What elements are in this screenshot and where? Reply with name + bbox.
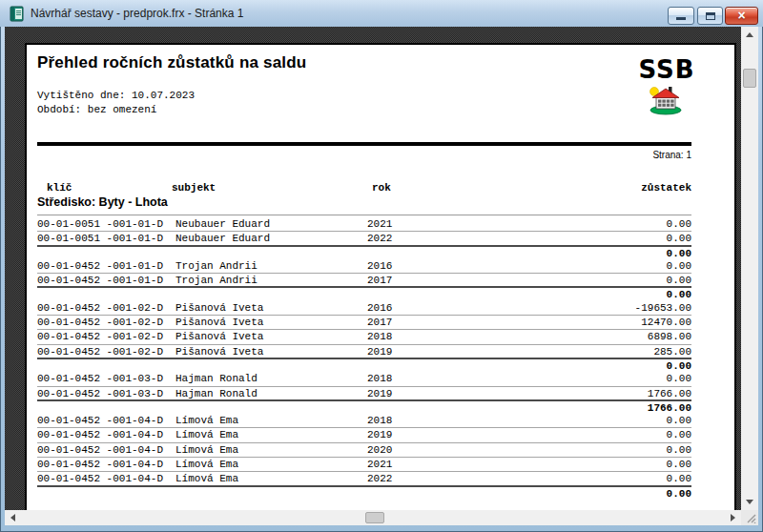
titlebar[interactable]: Návrhář sestavy - predprok.frx - Stránka… <box>0 0 763 27</box>
vertical-scrollbar[interactable] <box>741 27 758 510</box>
cell-balance: 12470.00 <box>641 316 691 330</box>
scroll-down-button[interactable] <box>741 494 758 510</box>
table-row: 00-01-0452 -001-03-DHajman Ronald20180.0… <box>37 372 691 386</box>
cell-year: 2016 <box>367 301 392 316</box>
cell-subject: Hajman Ronald <box>175 372 258 386</box>
cell-key: 00-01-0452 -001-03-D <box>37 372 163 386</box>
period-line: Období: bez omezení <box>37 104 156 115</box>
preview-viewport: Přehled ročních zůstatků na saldu Vytišt… <box>5 27 741 510</box>
cell-balance: 0.00 <box>667 443 691 458</box>
cell-balance: 0.00 <box>667 259 691 274</box>
minimize-icon <box>676 17 686 20</box>
subtotal-row: 0.00 <box>37 286 691 300</box>
cell-year: 2019 <box>367 428 392 442</box>
column-header-year: rok <box>372 182 391 194</box>
cell-subject: Límová Ema <box>175 458 238 472</box>
scroll-left-button[interactable] <box>5 510 21 525</box>
cell-key: 00-01-0452 -001-04-D <box>37 458 163 472</box>
cell-subject: Límová Ema <box>175 428 238 442</box>
table-row: 00-01-0452 -001-04-DLímová Ema20210.00 <box>37 458 691 472</box>
cell-key: 00-01-0452 -001-02-D <box>37 301 163 316</box>
subtotal-row: 0.00 <box>37 358 691 372</box>
cell-subject: Pišanová Iveta <box>175 301 263 316</box>
cell-balance: -19653.00 <box>635 301 691 316</box>
cell-balance: 0.00 <box>667 217 691 232</box>
cell-key: 00-01-0051 -001-01-D <box>37 217 163 232</box>
table-row: 00-01-0452 -001-04-DLímová Ema20180.00 <box>37 414 691 428</box>
header-rule <box>37 142 691 146</box>
cell-year: 2018 <box>367 330 392 344</box>
table-row: 00-01-0452 -001-02-DPišanová Iveta201712… <box>37 316 691 330</box>
cell-year: 2017 <box>367 316 392 330</box>
cell-balance: 0.00 <box>667 414 691 428</box>
resize-grip[interactable] <box>741 510 758 525</box>
table-row: 00-01-0051 -001-01-DNeubauer Eduard20210… <box>37 217 691 232</box>
page-number: Strana: 1 <box>596 150 691 160</box>
cell-year: 2016 <box>367 259 392 274</box>
scroll-right-button[interactable] <box>725 510 741 525</box>
horizontal-scroll-thumb[interactable] <box>365 512 384 523</box>
group-header: Středisko: Byty - Lhota <box>37 195 691 215</box>
cell-year: 2020 <box>367 443 392 458</box>
cell-year: 2021 <box>367 458 392 472</box>
cell-key: 00-01-0452 -001-02-D <box>37 316 163 330</box>
cell-key: 00-01-0452 -001-04-D <box>37 443 163 458</box>
cell-key: 00-01-0452 -001-01-D <box>37 259 163 274</box>
window-title: Návrhář sestavy - predprok.frx - Stránka… <box>31 0 243 27</box>
table-row: 00-01-0452 -001-02-DPišanová Iveta2016-1… <box>37 301 691 316</box>
subtotal-value: 0.00 <box>667 487 691 501</box>
cell-subject: Pišanová Iveta <box>175 330 263 344</box>
app-icon <box>9 6 25 22</box>
cell-subject: Límová Ema <box>175 414 238 428</box>
cell-key: 00-01-0452 -001-04-D <box>37 428 163 442</box>
table-row: 00-01-0452 -001-04-DLímová Ema20190.00 <box>37 428 691 442</box>
arrow-left-icon <box>7 514 15 522</box>
report-preview-window: Návrhář sestavy - predprok.frx - Stránka… <box>0 0 763 532</box>
cell-subject: Pišanová Iveta <box>175 316 263 330</box>
cell-year: 2021 <box>367 217 392 232</box>
arrow-up-icon <box>746 29 753 37</box>
maximize-icon <box>706 12 715 20</box>
report-title: Přehled ročních zůstatků na saldu <box>37 53 306 72</box>
subtotal-row: 1766.00 <box>37 399 691 414</box>
resize-grip-icon <box>747 514 756 523</box>
column-header-subject: subjekt <box>172 182 216 194</box>
cell-balance: 0.00 <box>667 458 691 472</box>
subtotal-row: 0.00 <box>37 245 691 259</box>
scroll-up-button[interactable] <box>741 27 758 43</box>
arrow-down-icon <box>746 500 753 508</box>
minimize-button[interactable] <box>668 7 694 25</box>
cell-balance: 0.00 <box>667 428 691 442</box>
cell-balance: 0.00 <box>667 372 691 386</box>
arrow-right-icon <box>731 514 739 522</box>
cell-key: 00-01-0452 -001-04-D <box>37 414 163 428</box>
close-button[interactable]: × <box>725 7 758 25</box>
cell-subject: Neubauer Eduard <box>175 217 270 232</box>
horizontal-scrollbar[interactable] <box>5 510 741 525</box>
report-page: Přehled ročních zůstatků na saldu Vytišt… <box>25 43 736 510</box>
column-header-key: klíč <box>47 182 72 194</box>
table-row: 00-01-0452 -001-02-DPišanová Iveta201868… <box>37 330 691 344</box>
maximize-button[interactable] <box>697 7 723 25</box>
subtotal-row: 0.00 <box>37 485 691 500</box>
table-row: 00-01-0452 -001-01-DTrojan Andrii20160.0… <box>37 259 691 274</box>
cell-subject: Límová Ema <box>175 443 238 458</box>
cell-subject: Trojan Andrii <box>175 259 258 274</box>
printed-date-line: Vytištěno dne: 10.07.2023 <box>37 90 195 101</box>
cell-year: 2018 <box>367 414 392 428</box>
column-header-balance: zůstatek <box>596 182 691 194</box>
cell-key: 00-01-0452 -001-02-D <box>37 330 163 344</box>
ssb-house-logo-icon <box>647 84 685 115</box>
close-icon: × <box>726 8 757 24</box>
cell-year: 2018 <box>367 372 392 386</box>
vertical-scroll-thumb[interactable] <box>743 69 756 88</box>
cell-balance: 6898.00 <box>648 330 691 344</box>
ssb-logo-text: SSB <box>633 55 700 84</box>
table-row: 00-01-0452 -001-04-DLímová Ema20200.00 <box>37 443 691 458</box>
report-rows: 00-01-0051 -001-01-DNeubauer Eduard20210… <box>37 217 691 500</box>
